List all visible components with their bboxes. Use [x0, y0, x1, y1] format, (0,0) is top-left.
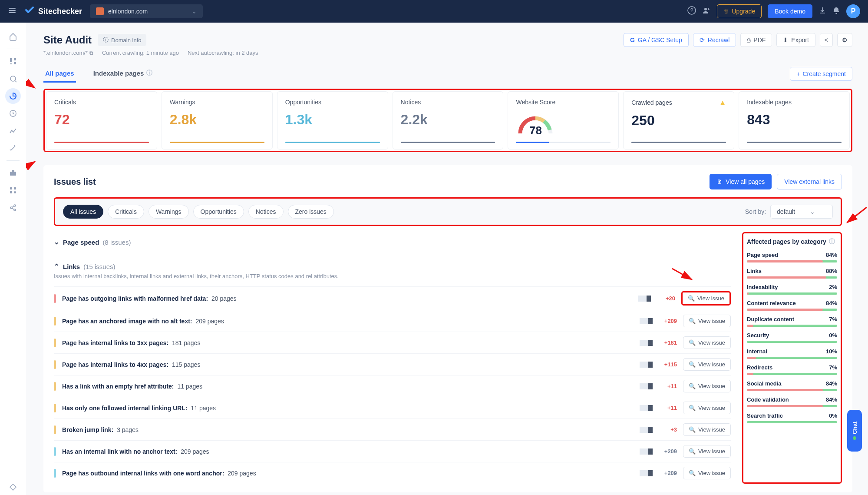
- affected-category[interactable]: Redirects7%: [745, 364, 839, 375]
- affected-category[interactable]: Code validation84%: [745, 396, 839, 407]
- category-bar: [747, 421, 837, 423]
- stat-bar: [170, 142, 264, 143]
- severity-marker: [54, 339, 56, 347]
- sidebar-magic-icon[interactable]: [5, 140, 21, 156]
- sidebar-home-icon[interactable]: [5, 29, 21, 44]
- stat-label: Indexable pages: [747, 99, 842, 106]
- issue-pages: 181 pages: [172, 339, 200, 346]
- stat-indexable[interactable]: Indexable pages 843: [739, 91, 850, 149]
- domain-info-button[interactable]: ⓘ Domain info: [98, 34, 146, 46]
- affected-category[interactable]: Page speed84%: [745, 252, 839, 262]
- brand-logo[interactable]: Sitechecker: [24, 5, 82, 18]
- view-external-button[interactable]: View external links: [777, 174, 842, 189]
- sidebar-insights-icon[interactable]: [5, 71, 21, 86]
- view-issue-button[interactable]: 🔍View issue: [683, 423, 731, 436]
- sidebar-monitor-icon[interactable]: [5, 106, 21, 121]
- book-demo-button[interactable]: Book demo: [768, 4, 812, 18]
- filter-criticals[interactable]: Criticals: [108, 205, 144, 219]
- pdf-button[interactable]: ⎙PDF: [740, 33, 772, 47]
- view-issue-button[interactable]: 🔍View issue: [683, 315, 731, 327]
- sidebar-toolbox-icon[interactable]: [5, 165, 21, 181]
- affected-category[interactable]: Search traffic0%: [745, 412, 839, 423]
- affected-category[interactable]: Internal10%: [745, 348, 839, 359]
- severity-marker: [54, 382, 56, 391]
- svg-point-14: [10, 207, 12, 209]
- affected-category[interactable]: Links88%: [745, 268, 839, 279]
- issue-row: Page has outbound internal links with on…: [54, 462, 731, 484]
- view-issue-button[interactable]: 🔍View issue: [683, 336, 731, 349]
- recrawl-button[interactable]: ⟳Recrawl: [693, 33, 736, 47]
- settings-button[interactable]: ⚙: [837, 33, 852, 47]
- category-pct: 84%: [826, 252, 837, 258]
- pdf-label: PDF: [753, 37, 766, 43]
- domain-info-label: Domain info: [111, 37, 141, 43]
- view-issue-button[interactable]: 🔍View issue: [683, 445, 731, 458]
- sidebar-analytics-icon[interactable]: [5, 123, 21, 139]
- severity-marker: [54, 447, 56, 456]
- sort-select[interactable]: default ⌄: [770, 205, 833, 219]
- filter-warnings[interactable]: Warnings: [149, 205, 189, 219]
- issue-row: Page has an anchored image with no alt t…: [54, 310, 731, 332]
- affected-category[interactable]: Social media84%: [745, 380, 839, 391]
- search-icon: 🔍: [689, 383, 696, 389]
- sidebar-audit-icon[interactable]: [5, 88, 21, 104]
- affected-category[interactable]: Security0%: [745, 332, 839, 343]
- sidebar-share-icon[interactable]: [5, 200, 21, 216]
- tab-indexable[interactable]: Indexable pagesⓘ: [92, 65, 155, 83]
- tab-all-pages[interactable]: All pages: [43, 65, 76, 83]
- download-icon[interactable]: [818, 7, 826, 17]
- bell-icon[interactable]: [832, 7, 840, 17]
- stat-label: Notices: [401, 99, 495, 106]
- stat-score[interactable]: Website Score 78: [508, 91, 619, 149]
- stats-row: Criticals 72 Warnings 2.8k Opportunities…: [43, 89, 852, 152]
- stat-crawled[interactable]: Crawled pages▲ 250: [623, 91, 734, 149]
- filter-notices[interactable]: Notices: [248, 205, 284, 219]
- severity-marker: [54, 360, 56, 369]
- view-issue-button[interactable]: 🔍View issue: [683, 358, 731, 371]
- score-value: 78: [529, 124, 542, 137]
- stat-opportunities[interactable]: Opportunities 1.3k: [277, 91, 388, 149]
- menu-icon[interactable]: [8, 6, 17, 17]
- stat-value: 2.2k: [401, 112, 495, 128]
- scope-link[interactable]: *.elnlondon.com/*⧉: [43, 50, 93, 56]
- stat-label: Website Score: [516, 99, 611, 106]
- issue-sparkline: [640, 318, 653, 324]
- export-button[interactable]: ⬇Export: [776, 33, 815, 47]
- chat-widget[interactable]: Chat: [847, 410, 862, 452]
- view-issue-button[interactable]: 🔍View issue: [683, 402, 731, 414]
- stat-criticals[interactable]: Criticals 72: [46, 91, 157, 149]
- category-links[interactable]: ⌃ Links (15 issues): [54, 258, 731, 275]
- sidebar-diamond-icon[interactable]: [5, 479, 21, 495]
- view-issue-button[interactable]: 🔍View issue: [681, 291, 731, 306]
- view-issue-button[interactable]: 🔍View issue: [683, 380, 731, 392]
- help-icon[interactable]: ?: [687, 6, 696, 17]
- view-all-pages-button[interactable]: 🗎View all pages: [710, 174, 772, 189]
- stat-warnings[interactable]: Warnings 2.8k: [162, 91, 273, 149]
- category-name: Security: [747, 332, 769, 339]
- create-segment-button[interactable]: +Create segment: [790, 67, 852, 81]
- filter-all[interactable]: All issues: [63, 205, 103, 219]
- share-button[interactable]: <: [820, 33, 833, 47]
- affected-category[interactable]: Content relevance84%: [745, 300, 839, 311]
- stat-value: 2.8k: [170, 112, 264, 128]
- stat-bar: [285, 142, 380, 143]
- site-selector[interactable]: elnlondon.com ⌄: [90, 4, 203, 18]
- chevron-down-icon: ⌄: [54, 238, 59, 246]
- issue-delta: +20: [657, 295, 675, 302]
- affected-category[interactable]: Duplicate content7%: [745, 316, 839, 327]
- filter-zero[interactable]: Zero issues: [288, 205, 334, 219]
- upgrade-button[interactable]: ♕ Upgrade: [717, 4, 762, 18]
- stat-notices[interactable]: Notices 2.2k: [393, 91, 504, 149]
- sidebar-apps-icon[interactable]: [5, 183, 21, 198]
- sidebar-dashboard-icon[interactable]: [5, 53, 21, 69]
- view-issue-button[interactable]: 🔍View issue: [683, 467, 731, 479]
- search-icon: 🔍: [689, 470, 696, 476]
- filter-opportunities[interactable]: Opportunities: [193, 205, 244, 219]
- ga-gsc-button[interactable]: GGA / GSC Setup: [624, 33, 689, 47]
- svg-rect-5: [14, 62, 16, 64]
- add-user-icon[interactable]: [702, 6, 711, 17]
- category-page-speed[interactable]: ⌄ Page speed (8 issues): [54, 234, 731, 250]
- svg-point-2: [704, 8, 707, 10]
- affected-category[interactable]: Indexability2%: [745, 284, 839, 295]
- user-avatar[interactable]: P: [846, 4, 860, 18]
